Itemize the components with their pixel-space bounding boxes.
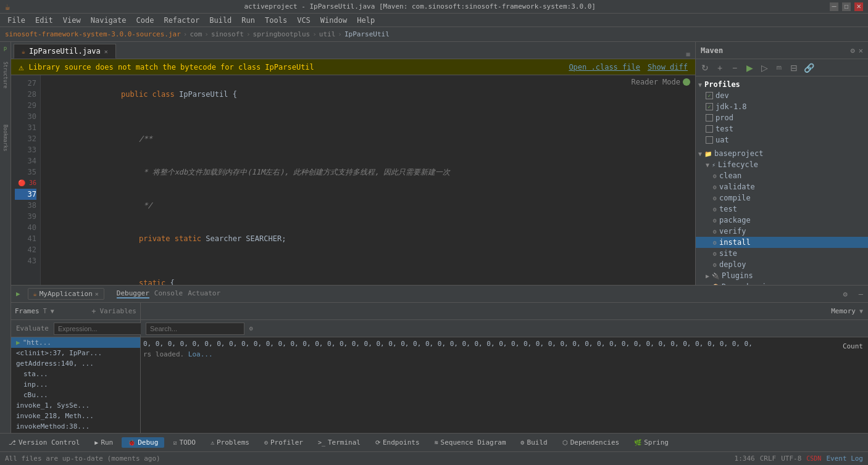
tab-ipparseutil[interactable]: ☕ IpParseUtil.java ✕ — [14, 44, 116, 59]
tab-run[interactable]: ▶ Run — [88, 437, 119, 448]
lifecycle-site[interactable]: ⚙ site — [696, 248, 868, 259]
project-icon[interactable]: P — [1, 44, 10, 54]
baseproject-item[interactable]: ▼ 📁 baseproject — [696, 148, 868, 159]
profile-uat[interactable]: uat — [696, 134, 868, 146]
memory-dropdown-icon[interactable]: ▼ — [859, 308, 863, 315]
tab-version-control[interactable]: ⎇ Version Control — [2, 437, 86, 448]
validate-gear-icon: ⚙ — [713, 184, 717, 191]
maven-settings-icon[interactable]: ⚙ — [851, 46, 855, 55]
lifecycle-label: Lifecycle — [718, 160, 758, 169]
frame-item-4[interactable]: inp... — [11, 379, 140, 390]
debug-app-name[interactable]: ☕ MyApplication ✕ — [28, 288, 104, 300]
tab-spring[interactable]: 🌿 Spring — [628, 437, 675, 448]
menu-edit[interactable]: Edit — [30, 15, 58, 26]
frames-plus-icon[interactable]: + — [91, 307, 96, 316]
maven-collapse-all-button[interactable]: ⊟ — [787, 61, 801, 75]
tab-dependencies[interactable]: ⬡ Dependencies — [556, 437, 625, 448]
tab-actuator[interactable]: Actuator — [188, 289, 220, 298]
maximize-button[interactable]: □ — [842, 2, 851, 11]
profile-test[interactable]: test — [696, 123, 868, 134]
maven-link-button[interactable]: 🔗 — [802, 61, 816, 75]
frame-item-6[interactable]: invoke_1, SysSe... — [11, 400, 140, 411]
tab-problems[interactable]: ⚠ Problems — [204, 437, 256, 448]
maven-skip-tests-button[interactable]: m — [772, 61, 786, 75]
profile-dev-check[interactable]: ✓ — [706, 92, 713, 99]
lifecycle-package[interactable]: ⚙ package — [696, 215, 868, 226]
memory-settings-icon[interactable]: ⚙ — [249, 325, 253, 332]
lifecycle-verify[interactable]: ⚙ verify — [696, 226, 868, 237]
lifecycle-install[interactable]: ⚙ install — [696, 237, 868, 248]
plugins-item[interactable]: ▶ 🔌 Plugins — [696, 270, 868, 281]
tab-profiler[interactable]: ⊙ Profiler — [258, 437, 309, 448]
profile-prod-check[interactable] — [706, 114, 713, 121]
tab-build[interactable]: ⚙ Build — [515, 437, 554, 448]
frame-item-3[interactable]: sta... — [11, 369, 140, 379]
debug-app-close[interactable]: ✕ — [95, 290, 99, 297]
debug-minimize-icon[interactable]: — — [859, 290, 863, 298]
debug-settings-icon[interactable]: ⚙ — [843, 290, 848, 298]
open-class-file-link[interactable]: Open .class file — [569, 63, 640, 72]
frames-filter-icon[interactable]: ▼ — [51, 308, 54, 315]
menu-window[interactable]: Window — [315, 15, 352, 26]
frame-item-8[interactable]: invokeMethod:38... — [11, 421, 140, 432]
tab-console[interactable]: Console — [154, 289, 183, 298]
profiles-arrow-icon: ▼ — [698, 81, 702, 88]
tab-sequence[interactable]: ≋ Sequence Diagram — [428, 437, 512, 448]
close-button[interactable]: ✕ — [854, 2, 863, 11]
lifecycle-validate[interactable]: ⚙ validate — [696, 181, 868, 192]
more-tabs-icon[interactable]: ≡ — [681, 50, 695, 59]
maven-collapse-icon[interactable]: ✕ — [859, 46, 863, 55]
frame-item-2[interactable]: getAddress:140, ... — [11, 358, 140, 369]
menu-vcs[interactable]: VCS — [292, 15, 315, 26]
structure-icon[interactable]: Structure — [1, 70, 10, 80]
memory-search-input[interactable] — [146, 323, 244, 335]
maven-refresh-button[interactable]: ↻ — [698, 61, 712, 75]
frame-item-5[interactable]: cBu... — [11, 390, 140, 400]
menu-build[interactable]: Build — [204, 15, 236, 26]
menu-tools[interactable]: Tools — [260, 15, 292, 26]
profile-prod[interactable]: prod — [696, 112, 868, 123]
minimize-button[interactable]: ─ — [830, 2, 838, 11]
lifecycle-compile[interactable]: ⚙ compile — [696, 192, 868, 204]
frame-item-0[interactable]: ▶ "htt... — [11, 337, 140, 348]
lifecycle-test[interactable]: ⚙ test — [696, 204, 868, 215]
tab-debugger[interactable]: Debugger — [117, 289, 149, 298]
tab-terminal[interactable]: >_ Terminal — [312, 437, 367, 448]
menu-navigate[interactable]: Navigate — [86, 15, 131, 26]
frame-item-7[interactable]: invoke_218, Meth... — [11, 411, 140, 421]
reader-mode-toggle[interactable] — [683, 78, 690, 86]
tab-close-icon[interactable]: ✕ — [104, 48, 108, 55]
evaluate-input[interactable] — [54, 323, 148, 335]
verify-gear-icon: ⚙ — [713, 228, 717, 235]
profile-jdk[interactable]: ✓ jdk-1.8 — [696, 101, 868, 112]
profiles-header[interactable]: ▼ Profiles — [696, 79, 868, 90]
profile-dev[interactable]: ✓ dev — [696, 90, 868, 101]
lifecycle-item[interactable]: ▼ ⚡ Lifecycle — [696, 159, 868, 170]
menu-view[interactable]: View — [58, 15, 86, 26]
debug-run-icon[interactable]: ▶ — [16, 290, 20, 298]
lifecycle-clean[interactable]: ⚙ clean — [696, 170, 868, 181]
menu-help[interactable]: Help — [352, 15, 380, 26]
maven-add-button[interactable]: + — [713, 61, 727, 75]
menu-run[interactable]: Run — [236, 15, 260, 26]
maven-run-config-button[interactable]: ▷ — [757, 61, 771, 75]
maven-run-button[interactable]: ▶ — [743, 61, 756, 75]
lifecycle-deploy[interactable]: ⚙ deploy — [696, 259, 868, 270]
frame-item-9[interactable]: access$000:89, C... — [11, 432, 140, 433]
profile-uat-check[interactable] — [706, 136, 713, 144]
tab-endpoints[interactable]: ⟳ Endpoints — [369, 437, 426, 448]
tab-todo[interactable]: ☑ TODO — [167, 437, 202, 448]
load-link[interactable]: Loa... — [188, 350, 213, 358]
maven-remove-button[interactable]: − — [728, 61, 741, 75]
bookmarks-icon[interactable]: Bookmarks — [1, 133, 10, 143]
tab-debug[interactable]: 🐞 Debug — [122, 437, 164, 448]
profile-jdk-check[interactable]: ✓ — [706, 103, 713, 110]
menu-file[interactable]: File — [2, 15, 30, 26]
menu-code[interactable]: Code — [131, 15, 159, 26]
frame-item-1[interactable]: <clinit>:37, IpPar... — [11, 348, 140, 358]
profile-test-check[interactable] — [706, 125, 713, 133]
show-diff-link[interactable]: Show diff — [648, 63, 688, 72]
event-log-link[interactable]: Event Log — [826, 455, 863, 463]
menu-refactor[interactable]: Refactor — [159, 15, 204, 26]
code-area[interactable]: public class IpParseUtil { /** * 将整个xdb文… — [41, 75, 695, 285]
